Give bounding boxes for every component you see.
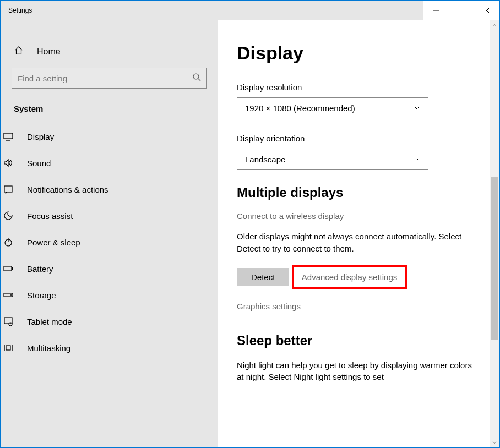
orientation-value: Landscape	[245, 155, 285, 164]
home-icon	[14, 46, 24, 58]
sidebar-item-label: Storage	[27, 291, 56, 300]
search-input[interactable]	[18, 74, 192, 83]
nav-list: Display Sound Notifications & actions Fo…	[0, 123, 229, 361]
home-label: Home	[37, 47, 61, 57]
notifications-icon	[3, 184, 14, 195]
close-button[interactable]	[474, 1, 499, 20]
minimize-button[interactable]	[423, 1, 449, 20]
sidebar-item-multitasking[interactable]: Multitasking	[0, 335, 229, 361]
sound-icon	[3, 157, 14, 168]
sidebar-item-label: Sound	[27, 159, 51, 168]
sidebar-item-label: Tablet mode	[27, 317, 72, 326]
resolution-dropdown[interactable]: 1920 × 1080 (Recommended)	[237, 97, 428, 118]
sidebar-item-display[interactable]: Display	[0, 123, 229, 150]
svg-line-5	[198, 79, 200, 81]
sidebar-item-label: Multitasking	[27, 343, 70, 353]
sidebar-item-sound[interactable]: Sound	[0, 150, 229, 176]
sleep-better-title: Sleep better	[237, 333, 475, 348]
svg-rect-8	[4, 186, 12, 192]
sidebar-item-label: Battery	[27, 264, 53, 274]
power-icon	[3, 237, 14, 248]
orientation-dropdown[interactable]: Landscape	[237, 149, 428, 170]
sidebar: Home System Display Sound Notifications …	[1, 20, 218, 447]
chevron-down-icon	[414, 155, 420, 164]
scrollbar-thumb[interactable]	[491, 177, 498, 340]
svg-point-4	[193, 74, 199, 79]
search-icon	[192, 73, 201, 84]
resolution-value: 1920 × 1080 (Recommended)	[245, 103, 355, 113]
svg-rect-1	[459, 8, 464, 13]
sidebar-item-tablet-mode[interactable]: Tablet mode	[0, 308, 229, 335]
search-box[interactable]	[12, 68, 207, 89]
sidebar-item-power-sleep[interactable]: Power & sleep	[0, 229, 229, 255]
advanced-display-settings-link[interactable]: Advanced display settings	[302, 272, 397, 282]
window-controls	[423, 1, 499, 20]
home-link[interactable]: Home	[12, 42, 207, 68]
older-displays-text: Older displays might not always connect …	[237, 231, 475, 255]
sidebar-item-label: Focus assist	[27, 211, 73, 221]
sidebar-item-label: Display	[27, 132, 54, 141]
sidebar-item-focus-assist[interactable]: Focus assist	[0, 203, 229, 229]
titlebar: Settings	[1, 1, 499, 20]
sleep-better-text: Night light can help you get to sleep by…	[237, 359, 475, 384]
storage-icon	[3, 289, 14, 301]
svg-rect-6	[4, 133, 13, 139]
content-area: Display Display resolution 1920 × 1080 (…	[218, 20, 499, 447]
battery-icon	[3, 263, 14, 274]
svg-rect-20	[6, 346, 10, 350]
resolution-label: Display resolution	[237, 83, 475, 92]
display-icon	[3, 131, 14, 142]
sidebar-item-label: Notifications & actions	[27, 185, 108, 194]
sidebar-item-notifications[interactable]: Notifications & actions	[0, 176, 229, 203]
category-title: System	[12, 104, 207, 123]
graphics-settings-link[interactable]: Graphics settings	[237, 302, 475, 311]
scrollbar[interactable]	[490, 20, 499, 447]
sidebar-item-label: Power & sleep	[27, 238, 80, 247]
orientation-label: Display orientation	[237, 134, 475, 143]
multiple-displays-title: Multiple displays	[237, 185, 475, 200]
maximize-button[interactable]	[449, 1, 474, 20]
scroll-down-arrow[interactable]	[490, 438, 499, 447]
scroll-up-arrow[interactable]	[490, 20, 499, 30]
svg-point-14	[10, 294, 12, 296]
sidebar-item-storage[interactable]: Storage	[0, 282, 229, 308]
chevron-down-icon	[414, 103, 420, 113]
wireless-display-link[interactable]: Connect to a wireless display	[237, 211, 475, 221]
svg-rect-12	[12, 267, 13, 270]
highlight-annotation: Advanced display settings	[292, 265, 407, 289]
page-title: Display	[237, 42, 475, 64]
sidebar-item-battery[interactable]: Battery	[0, 255, 229, 282]
tablet-mode-icon	[3, 316, 14, 327]
svg-rect-11	[4, 266, 12, 271]
multitasking-icon	[3, 342, 14, 353]
detect-button[interactable]: Detect	[237, 268, 289, 286]
focus-assist-icon	[3, 210, 14, 221]
window-title: Settings	[1, 7, 32, 14]
scrollbar-track[interactable]	[490, 30, 499, 438]
